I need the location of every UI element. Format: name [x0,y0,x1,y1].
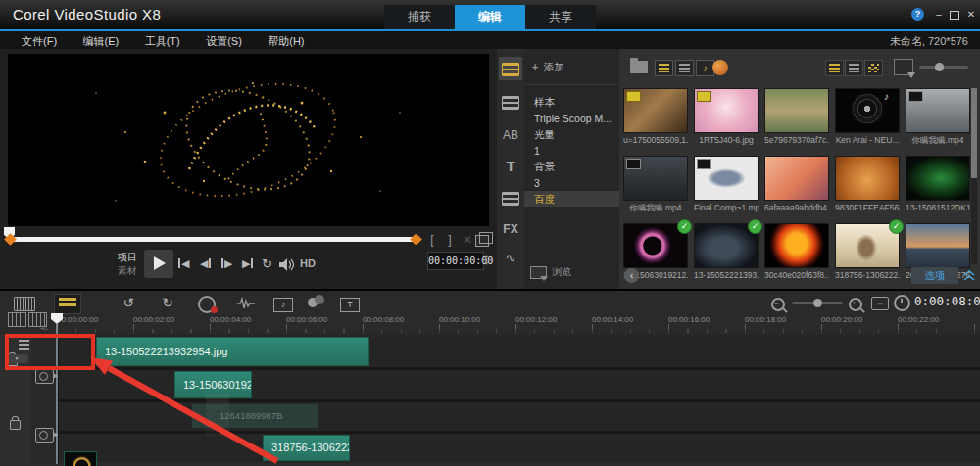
media-item[interactable]: ♪Ken Arai - NEU... [835,88,900,147]
media-thumbnail[interactable] [764,156,829,201]
media-thumbnail[interactable]: ✓ [623,223,688,268]
clip-mode-label[interactable]: 素材 [118,264,137,278]
undo-button[interactable]: ↺ [116,294,141,312]
timeline-zoom-slider-handle[interactable] [813,299,822,307]
overlay-track-3[interactable] [0,434,980,462]
filter-fx-icon[interactable]: FX [499,217,522,241]
media-thumbnail[interactable] [764,88,829,133]
duration-clock-icon[interactable] [894,295,910,311]
tab-edit[interactable]: 编辑 [455,5,525,29]
media-item[interactable]: 9830F1FFEAF568... [835,156,900,214]
cloud-media-icon[interactable] [712,60,728,75]
media-thumbnail[interactable] [694,156,759,201]
menu-file[interactable]: 文件(F) [22,34,57,49]
add-folder-button[interactable]: +添加 [532,61,564,74]
media-item[interactable]: u=1750055509,1... [623,88,688,147]
clip-video-track[interactable]: 13-150522213932954.jpg [96,337,369,366]
tab-capture[interactable]: 捕获 [384,5,455,29]
motion-tracking-button[interactable] [300,294,325,312]
title-icon[interactable]: T [499,155,522,178]
sound-mixer-button[interactable] [233,294,259,312]
media-item[interactable]: 5e79679370af7c... [764,88,829,147]
close-button[interactable]: ✕ [964,8,978,21]
clip-overlay-2[interactable]: 318756-1306222 [263,435,350,461]
media-thumbnail[interactable] [764,223,829,268]
enlarge-preview-button[interactable] [475,235,489,247]
category-baidu-selected[interactable]: 百度 [524,191,619,207]
menu-edit[interactable]: 编辑(E) [83,34,120,49]
transition-icon[interactable]: AB [499,123,522,147]
media-item[interactable]: 13-15061512DK1... [906,156,970,214]
restore-button[interactable] [948,10,961,23]
collapse-panel-button[interactable] [962,268,976,283]
mark-out-button[interactable]: ] [443,233,457,248]
home-button[interactable]: ◀ [178,256,189,270]
thumbnail-view-button[interactable] [825,60,844,76]
media-thumbnail[interactable] [906,156,970,201]
storyboard-view-button[interactable] [12,294,37,312]
project-mode-label[interactable]: 项目 [118,251,137,264]
split-clip-button[interactable]: ✕ [461,233,474,248]
media-item[interactable]: 30c40e020f63f8... [764,223,829,280]
media-icon[interactable] [499,57,522,80]
volume-button[interactable] [279,257,295,275]
media-thumbnail[interactable] [694,88,759,133]
media-item[interactable]: ✓13-15052221393... [694,223,759,280]
track-view-toggle-1[interactable] [8,312,26,327]
auto-music-button[interactable]: ♪ [270,294,296,312]
media-item[interactable]: Final Comp~1.mp4 [694,156,759,214]
repeat-button[interactable]: ↻ [262,256,272,270]
track-add-remove[interactable]: +/- [40,325,48,332]
mark-in-button[interactable]: [ [425,233,439,248]
thumb-size-slider[interactable] [919,66,968,69]
preview-video[interactable] [8,54,489,226]
track-motion-icon[interactable]: ∿ [499,247,522,270]
media-thumbnail[interactable] [623,156,688,201]
category-1[interactable]: 1 [524,143,619,159]
back-button[interactable]: ‹ [624,268,639,283]
media-item[interactable]: 6afaaaa9abddb4... [764,156,829,214]
help-icon[interactable]: ? [911,8,924,21]
lock-icon[interactable] [10,420,21,430]
import-media-button[interactable] [894,59,913,75]
menu-help[interactable]: 帮助(H) [268,34,304,49]
list-view-button[interactable] [845,60,863,76]
hd-toggle[interactable]: HD [300,257,316,269]
media-thumbnail[interactable] [835,156,900,201]
category-sample[interactable]: 样本 [524,94,619,110]
minimize-button[interactable]: – [932,8,946,21]
clip-thumbnail[interactable] [64,451,97,466]
category-guangliang[interactable]: 光量 [524,126,619,142]
overlay-track-1-icon[interactable] [35,428,54,443]
subtitle-editor-button[interactable]: T [337,294,363,312]
redo-button[interactable]: ↻ [155,294,180,312]
grid-view-button[interactable] [864,60,883,76]
media-thumbnail[interactable] [906,88,970,133]
browse-button[interactable]: 浏览 [530,265,571,279]
overlay-track-2[interactable] [0,402,980,431]
media-scrollbar-thumb[interactable] [971,88,977,178]
menu-settings[interactable]: 设置(S) [206,34,242,49]
timeline-zoom-out-button[interactable]: – [771,295,785,315]
media-thumbnail[interactable]: ✓ [835,223,900,268]
timeline-view-button[interactable] [54,294,81,314]
fit-timeline-button[interactable]: ↔ [871,297,889,310]
folder-icon[interactable] [630,61,648,73]
thumb-size-slider-handle[interactable] [935,63,944,71]
media-item[interactable]: 你瞒我瞒.mp4 [623,156,688,214]
next-frame-button[interactable]: ▶ [221,256,232,270]
media-item[interactable]: 1RT5J40-6.jpg [694,88,759,147]
graphic-icon[interactable] [499,186,522,210]
category-background[interactable]: 背景 [524,159,619,174]
tab-share[interactable]: 共享 [525,5,596,29]
menu-tools[interactable]: 工具(T) [145,34,180,49]
show-videos-toggle[interactable] [655,60,673,76]
category-3[interactable]: 3 [524,175,619,191]
prev-frame-button[interactable]: ◀ [200,256,211,270]
instant-project-icon[interactable] [499,90,522,114]
scrubber-bar[interactable] [9,237,416,242]
timeline-zoom-in-button[interactable]: + [849,295,862,315]
media-thumbnail[interactable] [623,88,688,133]
record-capture-button[interactable] [194,294,220,312]
show-photos-toggle[interactable] [675,60,694,76]
